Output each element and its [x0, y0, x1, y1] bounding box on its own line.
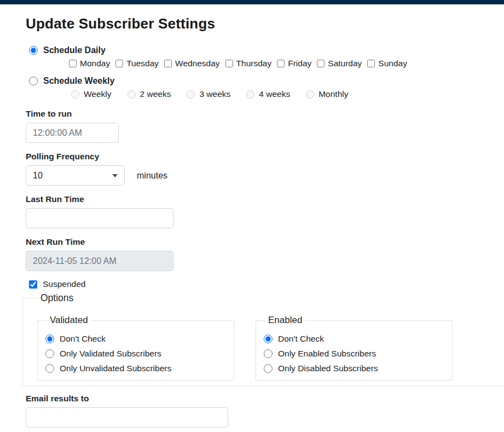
- polling-frequency-row: 10 minutes: [26, 165, 504, 186]
- interval-item: 4 weeks: [246, 89, 290, 99]
- interval-monthly-label: Monthly: [318, 89, 348, 99]
- interval-item: Monthly: [306, 89, 348, 99]
- validated-fieldset: Validated Don't Check Only Validated Sub…: [37, 315, 234, 381]
- day-item: Sunday: [367, 59, 407, 68]
- schedule-weekly-row: Schedule Weekly: [29, 76, 504, 86]
- day-saturday-label: Saturday: [328, 59, 362, 68]
- day-tuesday-label: Tuesday: [126, 59, 159, 68]
- enabled-dont-check-label: Don't Check: [278, 334, 324, 344]
- enabled-option-row: Only Disabled Subscribers: [264, 364, 452, 373]
- email-results-label: Email results to: [26, 394, 504, 404]
- enabled-dont-check-radio[interactable]: [264, 335, 273, 343]
- day-item: Tuesday: [115, 59, 159, 68]
- day-item: Monday: [69, 59, 110, 68]
- schedule-weekly-radio[interactable]: [29, 77, 38, 85]
- interval-3weeks-label: 3 weeks: [199, 89, 230, 99]
- interval-item: Weekly: [71, 89, 112, 99]
- enabled-option-row: Don't Check: [264, 334, 452, 344]
- interval-item: 2 weeks: [128, 89, 171, 99]
- interval-2weeks-radio[interactable]: [128, 90, 136, 99]
- day-sunday-label: Sunday: [378, 59, 407, 68]
- schedule-daily-label: Schedule Daily: [43, 45, 106, 55]
- validated-option-row: Only Unvalidated Subscribers: [45, 364, 234, 373]
- options-legend: Options: [40, 292, 504, 304]
- email-results-input[interactable]: [26, 407, 228, 428]
- only-disabled-radio[interactable]: [264, 364, 273, 373]
- day-saturday-checkbox[interactable]: [317, 60, 325, 67]
- only-validated-radio[interactable]: [45, 349, 54, 358]
- weekly-interval-row: Weekly 2 weeks 3 weeks 4 weeks Monthly: [71, 89, 504, 99]
- interval-4weeks-radio[interactable]: [246, 90, 254, 99]
- only-unvalidated-radio[interactable]: [45, 364, 54, 373]
- day-item: Thursday: [225, 59, 272, 68]
- day-checkbox-row: Monday Tuesday Wednesday Thursday Friday…: [69, 59, 504, 68]
- chevron-down-icon: [112, 174, 118, 177]
- validated-option-row: Only Validated Subscribers: [45, 349, 234, 359]
- interval-item: 3 weeks: [187, 89, 230, 99]
- last-run-time-label: Last Run Time: [26, 194, 504, 204]
- time-to-run-input[interactable]: [26, 123, 119, 143]
- schedule-daily-radio[interactable]: [29, 46, 38, 55]
- day-thursday-checkbox[interactable]: [225, 60, 233, 67]
- suspended-label: Suspended: [43, 279, 85, 289]
- top-bar: [0, 0, 504, 4]
- next-run-time-label: Next Run Time: [26, 237, 504, 247]
- schedule-weekly-label: Schedule Weekly: [43, 76, 114, 86]
- interval-weekly-radio[interactable]: [71, 90, 79, 99]
- day-wednesday-checkbox[interactable]: [164, 60, 172, 67]
- validated-option-row: Don't Check: [45, 334, 234, 344]
- page-title: Update Subscriber Settings: [26, 15, 504, 32]
- last-run-time-input[interactable]: [26, 208, 173, 228]
- day-thursday-label: Thursday: [236, 59, 272, 68]
- day-item: Saturday: [317, 59, 362, 68]
- day-wednesday-label: Wednesday: [175, 59, 220, 68]
- next-run-time-input: [26, 251, 173, 271]
- day-monday-checkbox[interactable]: [69, 60, 77, 67]
- only-enabled-radio[interactable]: [264, 349, 273, 358]
- enabled-legend: Enabled: [265, 315, 305, 326]
- options-fieldset: Options Validated Don't Check Only Valid…: [22, 292, 504, 386]
- interval-weekly-label: Weekly: [84, 89, 112, 99]
- interval-3weeks-radio[interactable]: [187, 90, 195, 99]
- settings-form: Update Subscriber Settings Schedule Dail…: [0, 4, 504, 432]
- only-validated-label: Only Validated Subscribers: [60, 349, 161, 359]
- day-friday-label: Friday: [288, 59, 311, 68]
- validated-dont-check-label: Don't Check: [60, 334, 106, 344]
- suspended-row: Suspended: [29, 279, 504, 289]
- interval-4weeks-label: 4 weeks: [259, 89, 290, 99]
- day-sunday-checkbox[interactable]: [367, 60, 375, 67]
- suspended-checkbox[interactable]: [29, 280, 37, 289]
- interval-2weeks-label: 2 weeks: [140, 89, 171, 99]
- time-to-run-label: Time to run: [26, 109, 504, 119]
- polling-frequency-label: Polling Frequency: [26, 152, 504, 162]
- enabled-option-row: Only Enabled Subscribers: [264, 349, 452, 359]
- polling-unit-label: minutes: [137, 171, 167, 181]
- validated-dont-check-radio[interactable]: [45, 335, 54, 343]
- day-item: Wednesday: [164, 59, 220, 68]
- interval-monthly-radio[interactable]: [306, 90, 314, 99]
- schedule-daily-row: Schedule Daily: [29, 45, 504, 55]
- validated-legend: Validated: [47, 315, 91, 326]
- enabled-fieldset: Enabled Don't Check Only Enabled Subscri…: [256, 315, 453, 381]
- polling-frequency-value: 10: [33, 171, 43, 181]
- only-disabled-label: Only Disabled Subscribers: [278, 364, 378, 373]
- day-tuesday-checkbox[interactable]: [115, 60, 123, 67]
- day-monday-label: Monday: [80, 59, 110, 68]
- day-friday-checkbox[interactable]: [277, 60, 285, 67]
- options-columns: Validated Don't Check Only Validated Sub…: [37, 315, 504, 381]
- polling-frequency-select[interactable]: 10: [26, 165, 125, 186]
- only-unvalidated-label: Only Unvalidated Subscribers: [60, 364, 171, 373]
- day-item: Friday: [277, 59, 311, 68]
- only-enabled-label: Only Enabled Subscribers: [278, 349, 376, 359]
